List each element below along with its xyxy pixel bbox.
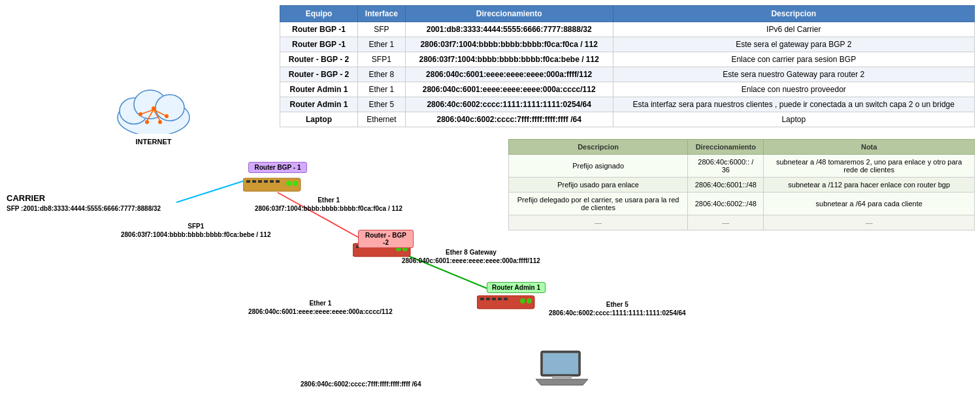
lower-cell-1-1: 2806:40c:6001::/48 [688,178,764,193]
svg-point-13 [165,114,169,118]
lower-cell-2-2: subnetear a /64 para cada cliente [764,193,975,215]
router-bgp2-label-box: Router - BGP -2 [358,230,414,248]
lower-table-row: Prefijo asignado2806:40c:6000:: / 36subn… [509,155,975,178]
admin1-ether1-label: Ether 1 2806:040c:6001:eeee:eeee:eeee:00… [248,299,393,316]
table-cell-0-3: IPv6 del Carrier [613,22,974,37]
table-cell-5-3: Esta interfaz sera para nuestros cliente… [613,97,974,112]
lower-cell-0-0: Prefijo asignado [509,155,688,178]
svg-rect-39 [504,298,508,300]
svg-rect-43 [543,353,578,374]
lower-cell-1-0: Prefijo usado para enlace [509,178,688,193]
svg-rect-35 [480,298,484,300]
col-header-descripcion: Descripcion [613,6,974,22]
svg-point-41 [527,298,532,304]
lower-table-section: Descripcion Direccionamiento Nota Prefij… [503,134,980,236]
lower-cell-0-1: 2806:40c:6000:: / 36 [688,155,764,178]
lower-table-row: ——— [509,215,975,230]
svg-rect-23 [276,180,280,183]
lower-table-row: Prefijo delegado por el carrier, se usar… [509,193,975,215]
lower-col-header-nota: Nota [764,140,975,155]
laptop-icon [536,348,588,393]
lower-cell-2-0: Prefijo delegado por el carrier, se usar… [509,193,688,215]
svg-rect-21 [264,180,268,183]
router-bgp1-label-box: Router BGP - 1 [248,162,307,173]
bgp2-sfp1-label: SFP1 2806:03f7:1004:bbbb:bbbb:bbbb:f0ca:… [121,222,271,239]
lower-table: Descripcion Direccionamiento Nota Prefij… [508,139,975,230]
router-admin1-label-text: Router Admin 1 [492,284,540,291]
router-bgp1-label-text: Router BGP - 1 [255,164,301,171]
internet-cloud: INTERNET [111,85,196,144]
admin1-ether5-label: Ether 5 2806:40c:6002:cccc:1111:1111:111… [549,300,686,317]
network-diagram: INTERNET CARRIER SFP :2001:db8:3333:4444… [0,0,497,406]
svg-point-25 [293,181,298,186]
svg-point-40 [520,298,525,304]
svg-point-24 [286,181,291,186]
router-bgp1-device [243,175,302,197]
router-bgp2-label-text: Router - BGP -2 [365,232,406,246]
lower-col-header-descripcion: Descripcion [509,140,688,155]
svg-rect-22 [270,180,274,183]
svg-point-15 [158,120,162,124]
svg-point-12 [139,112,142,116]
lower-cell-3-2: — [764,215,975,230]
bgp2-ether8-label: Ether 8 Gateway 2806:040c:6001:eeee:eeee… [402,248,540,265]
lower-cell-0-2: subnetear a /48 tomaremos 2, uno para en… [764,155,975,178]
carrier-text: CARRIER [7,193,161,204]
svg-rect-45 [552,376,572,379]
svg-point-14 [145,120,149,124]
lower-table-row: Prefijo usado para enlace2806:40c:6001::… [509,178,975,193]
lower-col-header-direccionamiento: Direccionamiento [688,140,764,155]
svg-rect-20 [258,180,262,183]
table-cell-2-3: Enlace con carrier para sesion BGP [613,52,974,67]
carrier-label: CARRIER SFP :2001:db8:3333:4444:5555:666… [7,193,161,213]
bgp1-ether1-label: Ether 1 2806:03f7:1004:bbbb:bbbb:bbbb:f0… [255,196,402,213]
svg-rect-36 [486,298,490,300]
router-admin1-label-box: Router Admin 1 [487,282,546,293]
lower-cell-1-2: subnetear a /112 para hacer enlace con r… [764,178,975,193]
table-cell-4-3: Enlace con nuestro proveedor [613,82,974,97]
laptop-addr-label: 2806:040c:6002:cccc:7fff:ffff:ffff:ffff … [301,380,421,388]
table-cell-3-3: Este sera nuestro Gateway para router 2 [613,67,974,82]
svg-rect-18 [246,180,250,183]
lower-cell-3-1: — [688,215,764,230]
svg-rect-38 [498,298,502,300]
svg-rect-19 [252,180,256,183]
table-cell-6-3: Laptop [613,112,974,127]
carrier-sfp-addr: SFP :2001:db8:3333:4444:5555:6666:7777:8… [7,204,161,213]
svg-point-16 [152,106,155,110]
router-admin1-device [477,292,536,315]
internet-label: INTERNET [111,138,196,146]
cloud-svg [114,85,193,134]
svg-line-0 [176,180,248,202]
lower-cell-2-1: 2806:40c:6002::/48 [688,193,764,215]
svg-rect-37 [492,298,496,300]
svg-point-7 [155,95,184,121]
lower-cell-3-0: — [509,215,688,230]
svg-marker-44 [536,379,588,385]
table-cell-1-3: Este sera el gateway para BGP 2 [613,37,974,52]
